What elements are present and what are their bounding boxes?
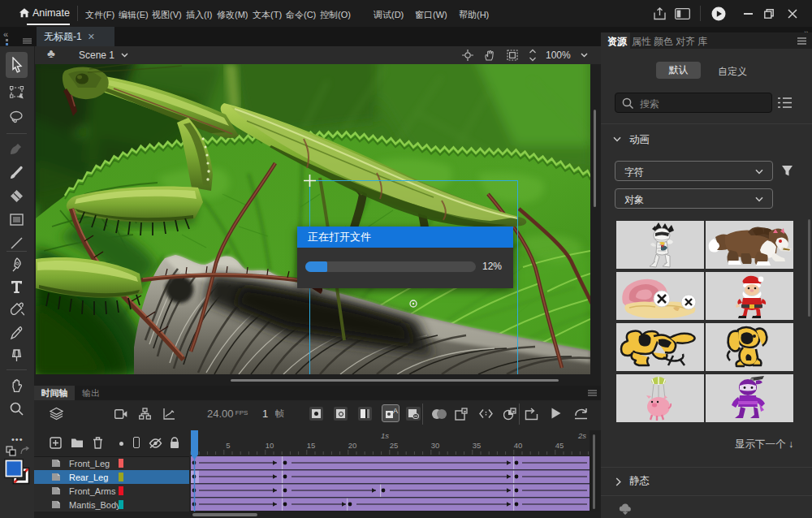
svg-text:10: 10 <box>266 441 274 450</box>
svg-text:20: 20 <box>348 441 357 450</box>
svg-text:5: 5 <box>226 441 230 450</box>
svg-text:45: 45 <box>555 441 564 450</box>
svg-text:30: 30 <box>431 441 440 450</box>
svg-text:2s: 2s <box>577 431 586 440</box>
svg-text:35: 35 <box>473 441 482 450</box>
svg-text:25: 25 <box>390 441 399 450</box>
svg-text:1s: 1s <box>381 431 389 440</box>
svg-text:40: 40 <box>514 441 523 450</box>
svg-text:15: 15 <box>307 441 316 450</box>
